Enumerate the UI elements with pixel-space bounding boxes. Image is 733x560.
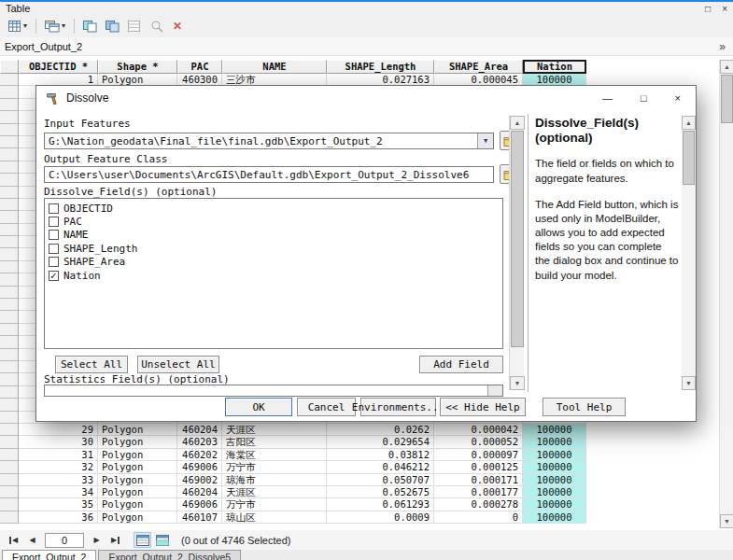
output-feature-class-input[interactable]: C:\Users\user\Documents\ArcGIS\Default.g… xyxy=(44,166,494,183)
dialog-maximize-icon[interactable]: □ xyxy=(641,92,647,104)
ok-button[interactable]: OK xyxy=(225,398,292,416)
dissolve-field-item[interactable]: ✓Nation xyxy=(49,269,499,282)
cancel-button[interactable]: Cancel xyxy=(297,398,356,416)
hide-help-button[interactable]: << Hide Help xyxy=(440,398,526,416)
dissolve-field-item[interactable]: PAC xyxy=(49,215,499,228)
row-selector[interactable] xyxy=(0,349,19,361)
first-record-button[interactable]: ◀ xyxy=(6,533,21,547)
row-selector[interactable] xyxy=(0,99,19,111)
tool-help-button[interactable]: Tool Help xyxy=(543,398,626,416)
statistics-fields-grid[interactable] xyxy=(44,385,503,397)
row-selector[interactable] xyxy=(0,261,19,273)
tab-export-output-2[interactable]: Export_Output_2 xyxy=(2,550,96,560)
column-header-nation[interactable]: Nation xyxy=(523,60,586,74)
row-selector[interactable] xyxy=(0,386,19,399)
row-selector[interactable] xyxy=(0,412,19,424)
form-scrollbar[interactable]: ▲ ▼ xyxy=(509,116,524,390)
row-selector[interactable] xyxy=(0,174,19,186)
column-header-name[interactable]: NAME xyxy=(222,60,327,74)
delete-selected-button[interactable]: ✕ xyxy=(170,17,185,35)
row-selector[interactable] xyxy=(0,236,19,248)
row-selector[interactable] xyxy=(0,461,19,473)
row-selector[interactable] xyxy=(0,148,19,161)
row-selector[interactable] xyxy=(0,111,19,123)
row-selector[interactable] xyxy=(0,399,19,411)
row-selector[interactable] xyxy=(0,324,19,336)
column-header-shape[interactable]: Shape * xyxy=(98,60,177,74)
column-header-objectid[interactable]: OBJECTID * xyxy=(19,60,98,74)
zoom-to-selected-button[interactable] xyxy=(148,17,167,35)
select-all-button[interactable] xyxy=(103,17,122,35)
previous-record-button[interactable]: ◀ xyxy=(24,533,40,547)
dissolve-field-item[interactable]: NAME xyxy=(49,229,499,242)
column-header-shape-area[interactable]: SHAPE_Area xyxy=(434,60,523,74)
related-tables-button[interactable]: ▾ xyxy=(42,17,68,35)
row-selector[interactable] xyxy=(0,361,19,373)
row-selector[interactable] xyxy=(0,511,19,524)
row-selector[interactable] xyxy=(0,187,19,199)
column-header-pac[interactable]: PAC xyxy=(177,60,222,74)
scrollbar-thumb[interactable] xyxy=(511,131,524,347)
show-all-records-button[interactable] xyxy=(134,532,151,548)
environments-button[interactable]: Environments... xyxy=(360,398,436,416)
scrollbar-thumb[interactable] xyxy=(683,131,695,185)
row-selector[interactable] xyxy=(0,224,19,236)
row-selector[interactable] xyxy=(0,74,19,86)
row-selector[interactable] xyxy=(0,498,19,511)
dialog-titlebar[interactable]: Dissolve — □ × xyxy=(36,86,696,110)
dialog-minimize-icon[interactable]: — xyxy=(602,92,613,104)
input-features-combo[interactable]: G:\Nation_geodata\Final_file\final.gdb\E… xyxy=(44,133,494,149)
switch-selection-button[interactable] xyxy=(80,17,100,35)
dissolve-field-item[interactable]: SHAPE_Length xyxy=(49,242,499,255)
help-scrollbar[interactable]: ▲ ▼ xyxy=(682,116,696,390)
checkbox-icon[interactable] xyxy=(49,203,59,214)
row-selector[interactable] xyxy=(0,336,19,348)
select-all-fields-button[interactable]: Select All xyxy=(55,356,128,373)
tab-export-output-2-dissolve5[interactable]: Export_Output_2_Dissolve5 xyxy=(98,550,241,560)
row-selector[interactable] xyxy=(0,161,19,174)
row-selector[interactable] xyxy=(0,86,19,98)
row-selector[interactable] xyxy=(0,373,19,385)
scroll-up-icon[interactable]: ▲ xyxy=(720,60,733,74)
unselect-all-button[interactable]: Unselect All xyxy=(137,356,219,373)
dissolve-field-item[interactable]: OBJECTID xyxy=(49,202,499,215)
dialog-close-icon[interactable]: × xyxy=(675,92,681,104)
column-header-shape-length[interactable]: SHAPE_Length xyxy=(327,60,434,74)
show-selected-records-button[interactable] xyxy=(153,532,171,548)
row-selector[interactable] xyxy=(0,436,19,448)
add-field-button[interactable]: Add Field xyxy=(419,356,503,373)
combo-dropdown-icon[interactable]: ▼ xyxy=(477,133,493,148)
checkbox-icon[interactable] xyxy=(49,257,59,267)
row-selector[interactable] xyxy=(0,486,19,498)
row-selector[interactable] xyxy=(0,273,19,286)
table-options-button[interactable]: ▾ xyxy=(6,17,30,35)
row-selector[interactable] xyxy=(0,424,19,436)
row-selector[interactable] xyxy=(0,136,19,148)
row-selector[interactable] xyxy=(0,474,19,486)
clear-selection-button[interactable] xyxy=(125,17,145,35)
table-vertical-scrollbar[interactable]: ▲ ▼ xyxy=(719,60,733,528)
scroll-down-icon[interactable]: ▼ xyxy=(510,376,525,390)
row-selector[interactable] xyxy=(0,449,19,461)
row-selector[interactable] xyxy=(0,299,19,311)
last-record-button[interactable]: ▶ xyxy=(107,533,123,547)
row-selector[interactable] xyxy=(0,287,19,299)
row-selector[interactable] xyxy=(0,124,19,136)
dissolve-fields-listbox[interactable]: OBJECTIDPACNAMESHAPE_LengthSHAPE_Area✓Na… xyxy=(44,198,503,349)
row-selector[interactable] xyxy=(0,311,19,323)
window-titlebar[interactable]: Table □ × xyxy=(0,2,733,15)
maximize-icon[interactable]: □ xyxy=(705,4,711,14)
row-selector[interactable] xyxy=(0,211,19,223)
scroll-up-icon[interactable]: ▲ xyxy=(510,116,525,130)
scroll-down-icon[interactable]: ▼ xyxy=(682,376,696,390)
scrollbar-thumb[interactable] xyxy=(721,75,733,123)
row-selector-header[interactable] xyxy=(0,60,19,74)
dissolve-field-item[interactable]: SHAPE_Area xyxy=(49,256,499,269)
checkbox-icon[interactable] xyxy=(49,230,59,240)
row-selector[interactable] xyxy=(0,199,19,211)
scroll-down-icon[interactable]: ▼ xyxy=(720,514,733,528)
row-selector[interactable] xyxy=(0,248,19,260)
checkbox-icon[interactable] xyxy=(49,244,59,254)
record-number-input[interactable]: 0 xyxy=(45,533,84,548)
overflow-chevron-icon[interactable]: » xyxy=(719,40,728,53)
